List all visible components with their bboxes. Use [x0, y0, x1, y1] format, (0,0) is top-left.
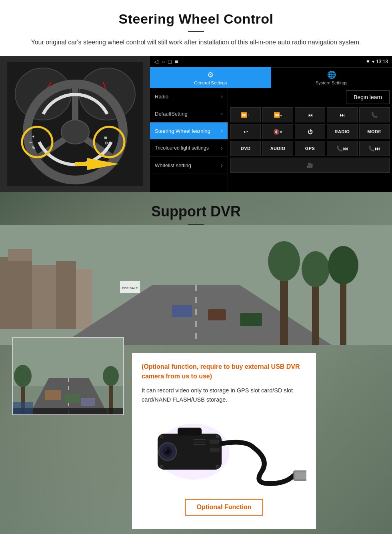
dvd-btn[interactable]: DVD [230, 141, 261, 156]
svg-text:☰: ☰ [104, 136, 107, 140]
menu-item-whitelist-label: Whitelist setting [155, 162, 191, 168]
svg-rect-25 [76, 269, 92, 329]
control-row-2: ↩ 🔇× ⏻ RADIO MODE [230, 124, 390, 139]
recents-icon[interactable]: □ [168, 58, 171, 65]
svg-point-64 [216, 435, 219, 438]
section-divider [188, 31, 204, 32]
optional-function-button[interactable]: Optional Function [185, 499, 264, 516]
menu-item-steering-label: Steering Wheel learning [155, 128, 210, 134]
power-btn[interactable]: ⏻ [295, 124, 325, 139]
begin-learn-button[interactable]: Begin learn [346, 90, 390, 104]
svg-point-34 [302, 251, 330, 287]
begin-learn-row: Begin learn [230, 90, 390, 104]
wifi-icon: ▾ [372, 59, 374, 64]
dvd-label: DVD [241, 146, 251, 151]
phone-icon: 📞 [371, 112, 378, 118]
svg-point-63 [160, 435, 163, 438]
svg-text:FOR SALE: FOR SALE [122, 286, 138, 290]
dvr-shortcut-btn[interactable]: 🎥 [230, 158, 390, 173]
vol-up-btn[interactable]: ⏩+ [230, 107, 261, 122]
control-panel: Begin learn ⏩+ ⏪- ⏮ [228, 88, 392, 192]
phone-next-icon: 📞⏭ [368, 146, 380, 152]
radio-btn[interactable]: RADIO [327, 124, 357, 139]
mute-btn[interactable]: 🔇× [262, 124, 293, 139]
dvr-optional-text: (Optional function, require to buy exter… [142, 362, 306, 381]
menu-item-defaultsetting[interactable]: DefaultSetting › [150, 105, 228, 122]
svg-rect-19 [75, 162, 88, 166]
menu-icon[interactable]: ■ [175, 58, 178, 65]
svg-rect-43 [45, 390, 61, 400]
section-title: Steering Wheel Control [24, 11, 368, 27]
chevron-icon: › [221, 110, 223, 117]
gps-btn[interactable]: GPS [295, 141, 325, 156]
menu-item-radio[interactable]: Radio › [150, 88, 228, 105]
android-panel: ◁ ○ □ ■ ▼ ▾ 13:13 ⚙ General Settings [150, 56, 392, 192]
gps-label: GPS [305, 146, 315, 151]
svg-rect-59 [210, 440, 220, 444]
next-btn[interactable]: ⏭ [327, 107, 357, 122]
svg-point-65 [160, 465, 163, 468]
control-row-3: DVD AUDIO GPS 📞⏮ 📞⏭ [230, 141, 390, 156]
tab-system-settings[interactable]: 🌐 System Settings [271, 67, 392, 88]
svg-text:↻: ↻ [32, 146, 35, 150]
svg-point-58 [165, 449, 167, 451]
phone-next-btn[interactable]: 📞⏭ [359, 141, 390, 156]
svg-rect-29 [208, 309, 226, 320]
svg-text:◎: ◎ [105, 146, 108, 151]
menu-item-radio-label: Radio [155, 94, 168, 100]
svg-rect-21 [0, 257, 32, 329]
dvr-info-card: (Optional function, require to buy exter… [132, 353, 316, 529]
home-icon[interactable]: ○ [162, 58, 165, 65]
audio-btn[interactable]: AUDIO [262, 141, 293, 156]
svg-text:+: + [32, 134, 34, 139]
menu-item-tricoloured[interactable]: Tricoloured light settings › [150, 140, 228, 157]
tab-general-settings[interactable]: ⚙ General Settings [150, 67, 271, 88]
dvr-section-header: Support DVR [0, 192, 392, 229]
phone-prev-icon: 📞⏮ [336, 146, 348, 152]
phone-btn[interactable]: 📞 [359, 107, 390, 122]
menu-item-steering-learning[interactable]: Steering Wheel learning › [150, 122, 228, 140]
prev-btn[interactable]: ⏮ [295, 107, 325, 122]
control-row-1: ⏩+ ⏪- ⏮ ⏭ 📞 [230, 107, 390, 122]
nav-icons: ◁ ○ □ ■ [154, 58, 178, 65]
svg-rect-54 [178, 428, 202, 436]
system-settings-icon: 🌐 [327, 70, 336, 79]
menu-item-defaultsetting-label: DefaultSetting [155, 111, 188, 117]
statusbar-time: 13:13 [376, 59, 388, 64]
chevron-icon: › [221, 128, 223, 134]
back-icon[interactable]: ◁ [154, 58, 158, 65]
android-tabs: ⚙ General Settings 🌐 System Settings [150, 67, 392, 88]
android-content: Radio › DefaultSetting › Steering Wheel … [150, 88, 392, 192]
vol-down-icon: ⏪- [274, 112, 282, 118]
general-settings-label: General Settings [194, 80, 227, 85]
steering-section: Steering Wheel Control Your original car… [0, 0, 392, 192]
vol-down-btn[interactable]: ⏪- [262, 107, 293, 122]
back-call-btn[interactable]: ↩ [230, 124, 261, 139]
menu-item-whitelist[interactable]: Whitelist setting › [150, 157, 228, 174]
power-icon: ⏻ [308, 129, 313, 135]
mode-btn[interactable]: MODE [359, 124, 390, 139]
svg-rect-22 [8, 249, 32, 261]
svg-rect-28 [172, 305, 192, 317]
section-header: Steering Wheel Control Your original car… [0, 0, 392, 51]
svg-rect-30 [240, 313, 262, 326]
control-row-4: 🎥 [230, 158, 390, 173]
svg-rect-44 [65, 394, 80, 403]
dvr-thumbnail-image [12, 337, 124, 415]
back-call-icon: ↩ [244, 129, 248, 135]
chevron-icon: › [221, 145, 223, 151]
section-subtitle: Your original car's steering wheel contr… [24, 38, 368, 47]
dvr-icon: 🎥 [307, 162, 313, 168]
system-settings-label: System Settings [316, 80, 347, 85]
dvr-camera-illustration [142, 412, 306, 492]
dvr-description: It can record video only to storage in G… [142, 386, 306, 404]
statusbar-right: ▼ ▾ 13:13 [366, 59, 388, 64]
prev-icon: ⏮ [308, 112, 313, 118]
audio-label: AUDIO [270, 146, 286, 151]
phone-prev-btn[interactable]: 📞⏮ [327, 141, 357, 156]
svg-point-47 [14, 365, 32, 387]
svg-rect-45 [81, 398, 95, 406]
svg-point-66 [216, 465, 219, 468]
svg-rect-51 [13, 402, 33, 415]
radio-label: RADIO [334, 129, 350, 134]
